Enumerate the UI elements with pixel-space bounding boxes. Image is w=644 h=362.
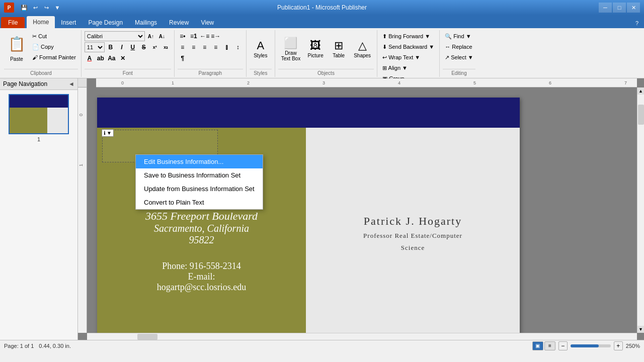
bullets-button[interactable]: ≡• [178, 31, 188, 41]
context-menu-item-convert[interactable]: Convert to Plain Text [136, 196, 263, 209]
svg-text:6: 6 [549, 80, 551, 85]
normal-view-button[interactable]: ▣ [532, 341, 543, 350]
tab-file[interactable]: File [1, 17, 25, 28]
find-button[interactable]: 🔍 Find ▼ [443, 31, 473, 41]
phone-line: Phone: 916-558-2314 [157, 261, 247, 272]
publication-page[interactable]: ℹ ▼ Edit Business Information... [97, 98, 520, 333]
wrap-text-button[interactable]: ↩ Wrap Text ▼ [380, 52, 422, 62]
replace-button[interactable]: ↔ Replace [443, 42, 474, 52]
format-painter-button[interactable]: 🖌 Format Painter [30, 52, 78, 62]
bring-forward-button[interactable]: ⬆ Bring Forward ▼ [380, 31, 432, 41]
scroll-up-button[interactable]: ▲ [637, 87, 645, 95]
h-ruler-svg: 0 1 2 3 4 5 6 7 [96, 78, 637, 87]
h-scroll-thumb[interactable] [137, 334, 157, 340]
shapes-button[interactable]: △ Shapes [351, 31, 374, 67]
maximize-button[interactable]: □ [613, 3, 626, 13]
ribbon: 📋 Paste ✂ Cut 📄 Copy 🖌 Format Painter Cl… [0, 28, 644, 78]
page-wrapper: ℹ ▼ Edit Business Information... [87, 87, 637, 333]
paste-button[interactable]: 📋 [4, 31, 29, 56]
horizontal-scrollbar[interactable] [87, 333, 637, 340]
superscript-button[interactable]: x² [150, 42, 160, 52]
app-logo: P [4, 3, 14, 13]
v-scroll-thumb[interactable] [638, 105, 644, 125]
italic-button[interactable]: I [117, 42, 127, 52]
copy-button[interactable]: 📄 Copy [30, 42, 78, 52]
close-button[interactable]: ✕ [627, 3, 640, 13]
decrease-indent-button[interactable]: ←≡ [200, 31, 210, 41]
smart-tag-arrow: ▼ [107, 130, 112, 136]
font-family-select[interactable]: Calibri [85, 31, 145, 41]
context-menu-item-edit[interactable]: Edit Business Information... [136, 155, 263, 168]
case-button[interactable]: Aa [107, 53, 117, 63]
svg-text:3: 3 [323, 80, 325, 85]
zoom-slider[interactable] [571, 344, 611, 347]
context-menu-item-update[interactable]: Update from Business Information Set [136, 182, 263, 196]
selection-box[interactable]: ℹ ▼ Edit Business Information... [102, 130, 218, 162]
window-title: Publication1 - Microsoft Publisher [277, 4, 367, 11]
tab-review[interactable]: Review [163, 17, 195, 28]
paragraph-mark-button[interactable]: ¶ [178, 53, 188, 63]
align-center-button[interactable]: ≡ [189, 42, 199, 52]
canvas-area[interactable]: 0 1 2 3 4 5 6 7 0 1 [78, 78, 644, 340]
bold-button[interactable]: B [106, 42, 116, 52]
underline-button[interactable]: U [128, 42, 138, 52]
tab-view[interactable]: View [195, 17, 220, 28]
increase-indent-button[interactable]: ≡→ [211, 31, 221, 41]
send-backward-button[interactable]: ⬇ Send Backward ▼ [380, 42, 436, 52]
align-arrange-button[interactable]: ⊞ Align ▼ [380, 63, 410, 73]
clear-format-button[interactable]: ✕ [118, 53, 128, 63]
vertical-scrollbar[interactable]: ▲ ▼ [637, 87, 644, 333]
table-button[interactable]: ⊞ Table [328, 31, 350, 67]
font-shrink-button[interactable]: A↓ [157, 31, 167, 41]
font-size-row: 11 B I U S x² x₂ [85, 42, 171, 52]
minimize-button[interactable]: ─ [599, 3, 612, 13]
tab-mailings[interactable]: Mailings [129, 17, 163, 28]
zoom-in-button[interactable]: + [614, 341, 623, 350]
zoom-level: 250% [626, 343, 640, 349]
select-button[interactable]: ↗ Select ▼ [443, 52, 475, 62]
font-color-button[interactable]: A [85, 53, 95, 63]
line-spacing-button[interactable]: ↕ [233, 42, 243, 52]
font-size-select[interactable]: 11 [85, 42, 105, 52]
tab-insert[interactable]: Insert [55, 17, 82, 28]
smart-tag[interactable]: ℹ ▼ [102, 129, 114, 137]
undo-qat-button[interactable]: ↩ [30, 3, 40, 13]
ribbon-group-arrange: ⬆ Bring Forward ▼ ⬇ Send Backward ▼ ↩ Wr… [377, 30, 440, 77]
font-group-label: Font [85, 69, 171, 77]
page-thumbnail-image [9, 94, 69, 134]
sidebar: Page Navigation ◄ 1 [0, 78, 78, 340]
align-left-button[interactable]: ≡ [178, 42, 188, 52]
columns-button[interactable]: ⫿ [222, 42, 232, 52]
canvas-scroll[interactable]: ℹ ▼ Edit Business Information... [87, 87, 637, 333]
styles-button[interactable]: A Styles [250, 31, 272, 67]
help-button[interactable]: ? [632, 18, 642, 28]
zoom-out-button[interactable]: − [558, 341, 568, 350]
justify-button[interactable]: ≡ [211, 42, 221, 52]
ribbon-group-styles: A Styles Styles [247, 30, 275, 77]
numbering-button[interactable]: ≡1 [189, 31, 199, 41]
tab-home[interactable]: Home [27, 16, 55, 28]
status-bar: Page: 1 of 1 0.44, 0.30 in. ▣ ≡ − + 250% [0, 340, 644, 351]
table-label: Table [333, 53, 345, 58]
tab-page-design[interactable]: Page Design [82, 17, 129, 28]
save-qat-button[interactable]: 💾 [19, 3, 29, 13]
context-menu-item-save[interactable]: Save to Business Information Set [136, 168, 263, 182]
subscript-button[interactable]: x₂ [161, 42, 171, 52]
page-thumbnail-container[interactable]: 1 [9, 94, 69, 142]
cut-button[interactable]: ✂ Cut [30, 31, 78, 41]
draw-text-box-button[interactable]: ⬜ DrawText Box [278, 31, 303, 67]
scroll-down-button[interactable]: ▼ [637, 326, 645, 333]
ribbon-group-paragraph: ≡• ≡1 ←≡ ≡→ ≡ ≡ ≡ ≡ ⫿ ↕ ¶ Paragraph [175, 30, 247, 77]
zoom-slider-fill [571, 344, 599, 347]
strikethrough-button[interactable]: S [139, 42, 149, 52]
highlight-button[interactable]: ab [96, 53, 106, 63]
qat-more-button[interactable]: ▼ [52, 3, 62, 13]
align-right-button[interactable]: ≡ [200, 42, 210, 52]
sidebar-collapse-button[interactable]: ◄ [68, 80, 74, 87]
outline-view-button[interactable]: ≡ [544, 341, 555, 350]
redo-qat-button[interactable]: ↪ [41, 3, 51, 13]
font-grow-button[interactable]: A↑ [146, 31, 156, 41]
ribbon-group-font: Calibri A↑ A↓ 11 B I U S x² x₂ A ab Aa [82, 30, 175, 77]
save-business-info-label: Save to Business Information Set [144, 171, 240, 179]
picture-button[interactable]: 🖼 Picture [304, 31, 327, 67]
